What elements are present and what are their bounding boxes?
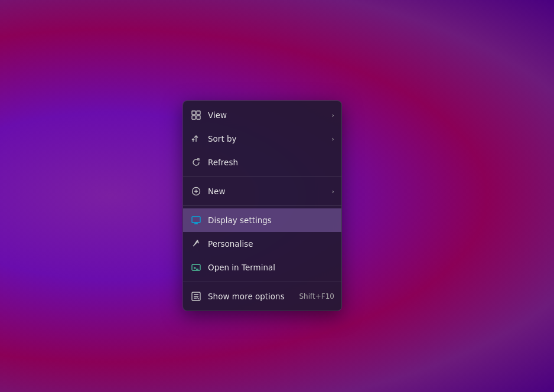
sort-arrow-icon: ›	[332, 135, 334, 143]
menu-item-new[interactable]: New ›	[183, 179, 341, 203]
menu-item-personalise-label: Personalise	[208, 239, 334, 249]
menu-item-sort-by[interactable]: Sort by ›	[183, 127, 341, 151]
menu-item-more-options-label: Show more options	[208, 292, 299, 301]
menu-item-refresh-label: Refresh	[208, 158, 334, 167]
svg-rect-9	[192, 217, 200, 223]
sort-icon	[190, 133, 202, 145]
menu-item-new-label: New	[208, 187, 332, 196]
menu-item-view[interactable]: View ›	[183, 103, 341, 127]
svg-rect-2	[192, 116, 195, 119]
new-arrow-icon: ›	[332, 188, 334, 195]
menu-item-terminal[interactable]: Open in Terminal	[183, 256, 341, 279]
menu-item-sort-by-label: Sort by	[208, 134, 332, 143]
view-icon	[190, 109, 202, 121]
menu-item-view-label: View	[208, 110, 332, 120]
divider-1	[183, 177, 341, 177]
menu-item-refresh[interactable]: Refresh	[183, 151, 341, 174]
new-icon	[190, 185, 202, 197]
svg-rect-3	[197, 116, 200, 119]
menu-item-personalise[interactable]: Personalise	[183, 232, 341, 256]
view-arrow-icon: ›	[332, 112, 334, 119]
context-menu: View › Sort by ›	[183, 100, 342, 311]
menu-item-display-settings-label: Display settings	[208, 215, 334, 225]
refresh-icon	[190, 156, 202, 168]
more-options-shortcut: Shift+F10	[299, 292, 334, 300]
divider-3	[183, 282, 341, 282]
display-settings-icon	[190, 214, 202, 226]
svg-rect-1	[197, 111, 200, 115]
terminal-icon	[190, 262, 202, 273]
more-options-icon	[190, 290, 202, 302]
personalise-icon	[190, 238, 202, 250]
divider-2	[183, 205, 341, 206]
menu-item-display-settings[interactable]: Display settings	[183, 208, 341, 232]
svg-rect-0	[192, 111, 195, 115]
menu-item-more-options[interactable]: Show more options Shift+F10	[183, 285, 341, 308]
menu-item-terminal-label: Open in Terminal	[208, 263, 334, 272]
